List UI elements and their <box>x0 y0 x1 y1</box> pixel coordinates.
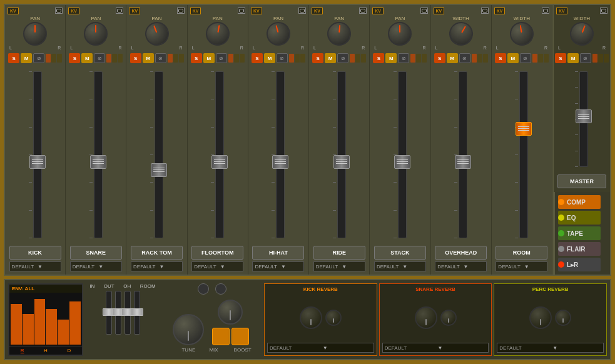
channel-name-room[interactable]: ROOM <box>496 246 547 260</box>
lr-fx-button[interactable]: L▸R <box>558 258 601 271</box>
link-icon-ride[interactable] <box>359 8 367 14</box>
eq-fx-button[interactable]: EQ <box>558 211 601 225</box>
link-icon-kick[interactable] <box>55 8 63 14</box>
snare-reverb-dropdown[interactable]: DEFAULT ▼ <box>382 343 489 353</box>
fader-handle-snare[interactable] <box>90 155 106 169</box>
mix-square-2[interactable] <box>231 328 249 345</box>
default-dropdown-stack[interactable]: DEFAULT ▼ <box>374 261 426 271</box>
fader-handle-floor-tom[interactable] <box>211 155 228 169</box>
off-btn-stack[interactable]: ⊘ <box>398 53 409 63</box>
off-btn-rack-tom[interactable]: ⊘ <box>155 53 166 63</box>
mute-btn-overhead[interactable]: M <box>447 53 458 63</box>
channel-name-ride[interactable]: RIDE <box>313 246 365 260</box>
mute-btn-stack[interactable]: M <box>385 53 397 63</box>
fader-track-master[interactable] <box>579 71 588 167</box>
off-btn-ride[interactable]: ⊘ <box>337 53 348 63</box>
solo-btn-snare[interactable]: S <box>69 53 80 63</box>
link-icon-snare[interactable] <box>116 8 123 14</box>
off-btn-floor-tom[interactable]: ⊘ <box>216 53 227 63</box>
default-dropdown-room[interactable]: DEFAULT ▼ <box>496 261 547 271</box>
default-dropdown-kick[interactable]: DEFAULT ▼ <box>9 261 61 271</box>
fader-handle-rack-tom[interactable] <box>151 163 167 177</box>
link-icon-floor-tom[interactable] <box>238 8 245 14</box>
channel-name-hi-hat[interactable]: HI-HAT <box>252 246 304 260</box>
fader-track-rack-tom[interactable] <box>155 71 163 238</box>
perc-reverb-small-knob[interactable] <box>555 310 571 326</box>
solo-btn-rack-tom[interactable]: S <box>130 53 141 63</box>
comp-fx-button[interactable]: COMP <box>558 195 601 209</box>
fader-track-floor-tom[interactable] <box>215 71 224 238</box>
solo-btn-kick[interactable]: S <box>8 53 19 63</box>
pan-knob-kick[interactable] <box>23 22 47 46</box>
flair-fx-button[interactable]: FLAIR <box>558 242 601 256</box>
channel-name-overhead[interactable]: OVERHEAD <box>435 246 487 260</box>
off-btn-master[interactable]: ⊘ <box>580 53 591 63</box>
width-knob-master[interactable] <box>567 19 597 49</box>
solo-btn-overhead[interactable]: S <box>434 53 445 63</box>
channel-name-stack[interactable]: STACK <box>374 246 426 260</box>
mute-btn-room[interactable]: M <box>507 53 519 63</box>
off-btn-room[interactable]: ⊘ <box>520 53 531 63</box>
width-knob-room[interactable] <box>508 20 536 48</box>
fader-handle-kick[interactable] <box>29 155 46 169</box>
solo-btn-hi-hat[interactable]: S <box>252 53 263 63</box>
tune-btn-1[interactable] <box>198 283 209 295</box>
default-dropdown-rack-tom[interactable]: DEFAULT ▼ <box>131 261 183 271</box>
mute-btn-floor-tom[interactable]: M <box>203 53 215 63</box>
off-btn-overhead[interactable]: ⊘ <box>459 53 470 63</box>
snare-reverb-small-knob[interactable] <box>440 310 457 326</box>
pan-knob-ride[interactable] <box>327 21 352 46</box>
fader-handle-overhead[interactable] <box>455 155 471 169</box>
link-icon-stack[interactable] <box>420 8 428 14</box>
fader-track-overhead[interactable] <box>459 71 467 238</box>
pan-knob-floor-tom[interactable] <box>204 20 231 48</box>
mini-fader-track-oh[interactable] <box>125 291 131 335</box>
link-icon-hi-hat[interactable] <box>298 8 306 14</box>
solo-btn-master[interactable]: S <box>555 53 566 63</box>
default-dropdown-overhead[interactable]: DEFAULT ▼ <box>435 261 487 271</box>
mix-square-1[interactable] <box>212 328 230 345</box>
fader-track-hi-hat[interactable] <box>276 71 285 238</box>
mute-btn-ride[interactable]: M <box>325 53 336 63</box>
solo-btn-floor-tom[interactable]: S <box>191 53 202 63</box>
pan-knob-snare[interactable] <box>84 22 108 46</box>
fader-handle-hi-hat[interactable] <box>272 155 288 169</box>
solo-btn-stack[interactable]: S <box>373 53 384 63</box>
fader-track-snare[interactable] <box>94 71 103 238</box>
fader-track-ride[interactable] <box>337 71 346 238</box>
solo-btn-ride[interactable]: S <box>312 53 323 63</box>
mute-btn-rack-tom[interactable]: M <box>143 53 154 63</box>
mini-fader-track-in[interactable] <box>106 291 112 335</box>
fader-handle-ride[interactable] <box>333 155 350 169</box>
channel-name-rack-tom[interactable]: RACK TOM <box>131 246 183 260</box>
env-r-label[interactable]: R <box>21 348 24 353</box>
off-btn-snare[interactable]: ⊘ <box>94 53 105 63</box>
perc-reverb-main-knob[interactable] <box>529 306 552 329</box>
pan-knob-rack-tom[interactable] <box>141 19 172 49</box>
fader-handle-master[interactable] <box>576 109 592 123</box>
perc-reverb-dropdown[interactable]: DEFAULT ▼ <box>497 343 604 353</box>
snare-reverb-main-knob[interactable] <box>415 306 437 329</box>
mini-fader-handle-room[interactable] <box>131 308 143 316</box>
mini-fader-track-out[interactable] <box>115 291 121 335</box>
pan-knob-hi-hat[interactable] <box>264 19 293 49</box>
link-icon-master[interactable] <box>600 8 607 14</box>
pan-knob-stack[interactable] <box>388 22 412 46</box>
off-btn-kick[interactable]: ⊘ <box>33 53 44 63</box>
mute-btn-snare[interactable]: M <box>81 53 93 63</box>
link-icon-overhead[interactable] <box>481 8 489 14</box>
env-h-label[interactable]: H <box>44 348 48 353</box>
mute-btn-kick[interactable]: M <box>21 53 32 63</box>
channel-name-kick[interactable]: KICK <box>9 246 61 260</box>
link-icon-rack-tom[interactable] <box>177 8 185 14</box>
mini-fader-track-room[interactable] <box>134 291 140 335</box>
mute-btn-master[interactable]: M <box>567 53 579 63</box>
link-icon-room[interactable] <box>542 8 549 14</box>
default-dropdown-hi-hat[interactable]: DEFAULT ▼ <box>252 261 304 271</box>
tune-knob[interactable] <box>173 314 204 345</box>
channel-name-floor-tom[interactable]: FLOORTOM <box>191 246 243 260</box>
fader-handle-room[interactable] <box>516 122 532 136</box>
solo-btn-room[interactable]: S <box>495 53 506 63</box>
default-dropdown-ride[interactable]: DEFAULT ▼ <box>313 261 365 271</box>
fader-track-room[interactable] <box>519 71 528 238</box>
